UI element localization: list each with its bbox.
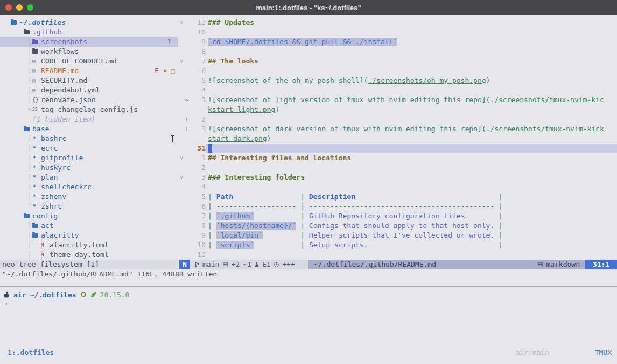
line-number: 10 — [184, 27, 206, 37]
editor-line[interactable]: ∨7## The looks — [178, 56, 617, 66]
syntax-segment: `scripts` — [216, 241, 254, 249]
zoom-window-button[interactable] — [27, 4, 33, 11]
tree-item-theme-day-toml[interactable]: │ │Mtheme-day.toml — [0, 250, 178, 260]
editor-line[interactable]: 9| `local/bin` | Helper scripts that I'v… — [178, 231, 617, 240]
fold-chevron-icon[interactable]: ∨ — [180, 153, 183, 163]
folder-icon — [11, 20, 17, 25]
editor-line[interactable]: ~3![screenshot of light version of tmux … — [178, 95, 617, 105]
editor-line-text: | ------------------- | ----------------… — [208, 202, 503, 211]
editor-line[interactable]: 5![screenshot of the oh-my-posh shell](.… — [178, 76, 617, 85]
tree-item-bashrc[interactable]: │*bashrc — [0, 134, 178, 144]
syntax-segment: | — [208, 241, 216, 249]
editor-line[interactable]: 8| `hosts/{hostname}/` | Configs that sh… — [178, 221, 617, 231]
syntax-segment: ## The looks — [208, 57, 258, 65]
syntax-segment — [263, 231, 297, 239]
tree-item-gitprofile[interactable]: │*gitprofile — [0, 153, 178, 163]
syntax-segment: ![screenshot of the oh-my-posh shell]( — [208, 76, 368, 84]
statusline: neo-tree filesystem [1] N main ▤ +2 ~1 E… — [0, 260, 617, 269]
tmux-window-item[interactable]: 1:.dotfiles — [8, 348, 54, 358]
tree-item-zshrc[interactable]: └*zshrc — [0, 202, 178, 211]
editor-line[interactable]: 7| `.github` | GitHub Repository configu… — [178, 211, 617, 221]
editor-line[interactable]: 10 — [178, 27, 617, 37]
line-number: 11 — [184, 250, 206, 260]
editor-line[interactable]: 8 — [178, 47, 617, 56]
tree-item-security-md[interactable]: │▤SECURITY.md — [0, 76, 178, 85]
tree-guide: │ — [27, 173, 31, 182]
tree-item-workflows[interactable]: │workflows — [0, 47, 178, 56]
pane-divider[interactable] — [0, 286, 617, 287]
syntax-segment: | — [494, 212, 503, 220]
star-icon: * — [32, 153, 41, 163]
tree-item-huskyrc[interactable]: │*huskyrc — [0, 163, 178, 173]
editor-line[interactable]: 2 — [178, 163, 617, 173]
tree-item-zshenv[interactable]: │*zshenv — [0, 192, 178, 202]
editor-line[interactable]: ∨3### Interesting folders — [178, 173, 617, 182]
editor-line-text: ### Interesting folders — [208, 173, 305, 182]
tree-item-code-of-conduct-md[interactable]: │▤CODE_OF_CONDUCT.md — [0, 56, 178, 66]
tree-item-config[interactable]: config — [0, 211, 178, 221]
editor-line[interactable]: 4 — [178, 182, 617, 192]
text-cursor — [208, 144, 212, 153]
tree-item-act[interactable]: │act — [0, 221, 178, 231]
editor-line[interactable]: 11 — [178, 250, 617, 260]
syntax-segment: ) — [267, 134, 271, 142]
tree-item-label: README.md — [41, 66, 79, 76]
tree-item-ecrc[interactable]: │*ecrc — [0, 144, 178, 153]
fold-chevron-icon[interactable]: ∨ — [180, 173, 183, 182]
error-count: E1 — [262, 260, 271, 269]
git-branch-name: main — [202, 260, 219, 269]
tree-item-dependabot-yml[interactable]: │⚙dependabot.yml — [0, 85, 178, 95]
tree-item-alacritty[interactable]: │alacritty — [0, 231, 178, 240]
line-number: 1 — [184, 153, 206, 163]
tree-item-screenshots[interactable]: │screenshots? — [0, 37, 178, 47]
tree-item-label: ~/.dotfiles — [19, 18, 66, 27]
terminal-window: main:1:.dotfiles - "ks~/.dotfiles" ~/.do… — [0, 0, 617, 364]
editor-line[interactable]: 10| `scripts` | Setup scripts. | — [178, 240, 617, 250]
close-window-button[interactable] — [5, 4, 12, 11]
syntax-segment: ![screenshot of light version of tmux wi… — [208, 96, 490, 104]
tmux-status-bar: 1:.dotfiles air/main TMUX — [0, 348, 617, 358]
tree-item-dotfiles[interactable]: ~/.dotfiles — [0, 18, 178, 27]
editor-line-text: start-dark.png) — [208, 134, 271, 144]
editor-line[interactable]: 9`cd $HOME/.dotfiles && git pull && ./in… — [178, 37, 617, 47]
tree-item-base[interactable]: base — [0, 124, 178, 134]
editor-line[interactable]: kstart-light.png) — [178, 105, 617, 115]
flask-icon — [255, 262, 259, 267]
star-icon: * — [32, 163, 41, 173]
syntax-segment: | — [296, 231, 308, 239]
tree-guide: │ │ — [27, 250, 44, 260]
editor-line[interactable]: 6 — [178, 66, 617, 76]
syntax-segment: | ------------------- | ----------------… — [208, 202, 503, 210]
github-icon — [80, 291, 87, 298]
tree-item-label: screenshots — [41, 37, 87, 47]
editor-line[interactable]: +2 — [178, 115, 617, 124]
tree-item-label: .github — [32, 27, 62, 37]
editor-line[interactable]: 31 — [178, 144, 617, 153]
editor-line[interactable]: ∨11### Updates — [178, 18, 617, 27]
minimize-window-button[interactable] — [16, 4, 23, 11]
tree-item-renovate-json[interactable]: │{}renovate.json — [0, 95, 178, 105]
editor-line[interactable]: 6| ------------------- | ---------------… — [178, 202, 617, 211]
editor-line[interactable]: 4 — [178, 85, 617, 95]
syntax-segment — [469, 212, 494, 220]
tree-item-tag-changelog-config-js[interactable]: └JStag-changelog-config.js — [0, 105, 178, 115]
editor-line[interactable]: ∨1## Interesting files and locations — [178, 153, 617, 163]
tree-item-alacritty-toml[interactable]: │ │Malacritty.toml — [0, 240, 178, 250]
tree-item-plan[interactable]: │*plan — [0, 173, 178, 182]
syntax-segment: `hosts/{hostname}/` — [216, 222, 297, 230]
editor-line[interactable]: start-dark.png) — [178, 134, 617, 144]
tree-item-label: workflows — [41, 47, 79, 56]
editor-line[interactable]: 5| Path | Description | — [178, 192, 617, 202]
apple-icon — [3, 291, 10, 298]
shell-prompt: air ~/.dotfiles 20.15.0 — [3, 290, 129, 299]
tree-item-github[interactable]: .github — [0, 27, 178, 37]
fold-chevron-icon[interactable]: ∨ — [180, 18, 183, 27]
editor-buffer: ∨11### Updates109`cd $HOME/.dotfiles && … — [178, 18, 617, 260]
tree-item-readme-md[interactable]: │▤README.mdE•□ — [0, 66, 178, 76]
tree-item-shellcheckrc[interactable]: │*shellcheckrc — [0, 182, 178, 192]
editor-line-text: ## The looks — [208, 56, 258, 66]
tree-item-label: zshrc — [41, 202, 62, 211]
fold-chevron-icon[interactable]: ∨ — [180, 56, 183, 66]
editor-line[interactable]: +1![screenshot of dark version of tmux w… — [178, 124, 617, 134]
tree-item-1-hidden-item[interactable]: (1 hidden item) — [0, 115, 178, 124]
